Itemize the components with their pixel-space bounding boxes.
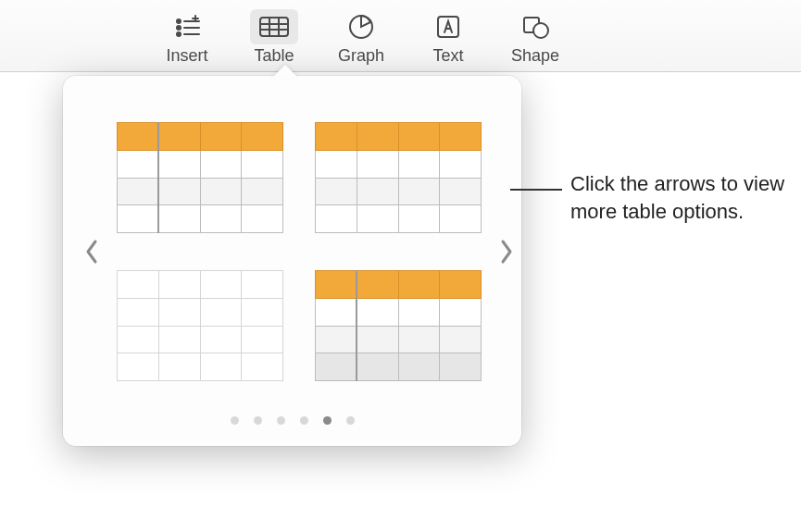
- toolbar-label: Shape: [511, 46, 559, 66]
- table-style-option[interactable]: [117, 270, 283, 381]
- table-style-option[interactable]: [117, 122, 283, 233]
- table-styles-popover: [63, 76, 521, 446]
- popover-body: [81, 104, 503, 400]
- prev-page-arrow[interactable]: [78, 224, 106, 279]
- svg-point-2: [176, 25, 181, 31]
- page-dot[interactable]: [323, 416, 332, 425]
- svg-rect-8: [260, 18, 288, 36]
- page-dots: [81, 416, 503, 425]
- page-dot[interactable]: [346, 416, 355, 425]
- toolbar-item-graph[interactable]: Graph: [318, 7, 405, 66]
- table-icon: [250, 9, 298, 44]
- chevron-right-icon: [498, 238, 515, 266]
- text-icon: [424, 9, 472, 44]
- svg-point-4: [176, 31, 181, 37]
- svg-point-16: [533, 23, 548, 38]
- toolbar: Insert Table Graph: [0, 0, 801, 72]
- callout-leader-line: [510, 189, 562, 191]
- table-style-option[interactable]: [315, 270, 482, 381]
- next-page-arrow[interactable]: [493, 224, 520, 279]
- toolbar-item-text[interactable]: Text: [405, 7, 492, 66]
- callout-text: Click the arrows to view more table opti…: [570, 170, 793, 225]
- chevron-left-icon: [83, 238, 100, 266]
- svg-point-0: [176, 19, 181, 24]
- page-dot[interactable]: [300, 416, 308, 425]
- toolbar-label: Table: [254, 46, 294, 66]
- table-style-option[interactable]: [315, 122, 482, 233]
- toolbar-item-shape[interactable]: Shape: [492, 7, 579, 66]
- insert-icon: [163, 9, 211, 44]
- graph-icon: [337, 9, 385, 44]
- toolbar-item-insert[interactable]: Insert: [144, 7, 231, 66]
- table-style-grid: [109, 122, 489, 381]
- page-dot[interactable]: [277, 416, 285, 425]
- popover-caret: [272, 65, 298, 78]
- toolbar-label: Insert: [166, 46, 207, 66]
- page-dot[interactable]: [231, 416, 239, 425]
- shape-icon: [511, 9, 559, 44]
- toolbar-label: Graph: [338, 46, 384, 66]
- page-dot[interactable]: [254, 416, 262, 425]
- toolbar-label: Text: [432, 46, 463, 66]
- toolbar-item-table[interactable]: Table: [231, 7, 318, 66]
